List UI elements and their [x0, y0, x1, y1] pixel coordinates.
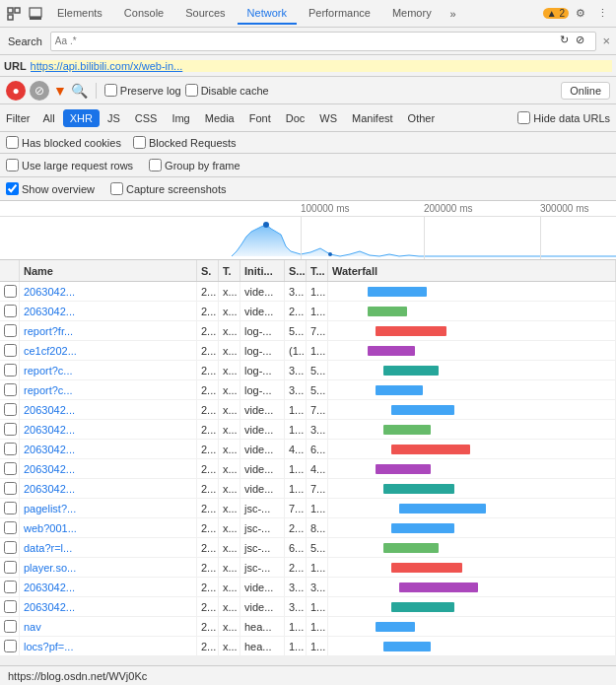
td-time: 7... — [307, 479, 328, 498]
filter-type-manifest[interactable]: Manifest — [345, 109, 400, 127]
show-overview-checkbox[interactable]: Show overview — [6, 182, 95, 195]
row-checkbox[interactable] — [4, 443, 17, 455]
dock-icon[interactable] — [26, 4, 45, 24]
th-waterfall[interactable]: Waterfall — [328, 260, 616, 281]
devtools-icon[interactable] — [4, 4, 24, 24]
filter-type-media[interactable]: Media — [198, 109, 241, 127]
table-row[interactable]: locs?pf=... 2... x... hea... 1... 1... — [0, 637, 616, 656]
table-row[interactable]: 2063042... 2... x... vide... 1... 4... — [0, 459, 616, 479]
table-row[interactable]: pagelist?... 2... x... jsc-... 7... 1... — [0, 499, 616, 518]
filter-type-img[interactable]: Img — [165, 109, 196, 127]
filter-type-ws[interactable]: WS — [312, 109, 344, 127]
table-row[interactable]: 2063042... 2... x... vide... 1... 7... — [0, 479, 616, 499]
table-row[interactable]: 2063042... 2... x... vide... 2... 1... — [0, 302, 616, 321]
row-checkbox[interactable] — [4, 541, 17, 554]
table-row[interactable]: report?c... 2... x... log-... 3... 5... — [0, 361, 616, 380]
filter-type-all[interactable]: All — [35, 109, 61, 127]
row-checkbox[interactable] — [4, 640, 17, 652]
th-time[interactable]: T... — [307, 260, 328, 281]
tab-memory[interactable]: Memory — [382, 3, 442, 25]
row-checkbox[interactable] — [4, 561, 17, 574]
capture-screenshots-checkbox[interactable]: Capture screenshots — [110, 182, 227, 195]
requests-table[interactable]: Name S. T. Initi... S... T... Waterfall … — [0, 260, 616, 685]
tab-console[interactable]: Console — [114, 3, 173, 25]
td-waterfall — [328, 479, 616, 498]
table-row[interactable]: 2063042... 2... x... vide... 1... 3... — [0, 420, 616, 440]
th-status[interactable]: S. — [197, 260, 219, 281]
th-name[interactable]: Name — [20, 260, 197, 281]
tab-elements[interactable]: Elements — [47, 3, 112, 25]
clear-search-icon[interactable]: ⊘ — [576, 34, 591, 49]
row-checkbox[interactable] — [4, 620, 17, 633]
row-checkbox[interactable] — [4, 305, 17, 317]
more-options-icon[interactable]: ⋮ — [592, 4, 612, 24]
table-row[interactable]: data?r=l... 2... x... jsc-... 6... 5... — [0, 538, 616, 558]
td-waterfall — [328, 440, 616, 458]
filter-type-css[interactable]: CSS — [128, 109, 165, 127]
hide-data-urls-checkbox[interactable]: Hide data URLs — [517, 111, 610, 124]
row-checkbox[interactable] — [4, 462, 17, 475]
row-checkbox[interactable] — [4, 285, 17, 298]
aa-toggle[interactable]: Aa — [55, 35, 67, 46]
table-header: Name S. T. Initi... S... T... Waterfall — [0, 260, 616, 282]
search-input-wrap[interactable]: Aa .* ↻ ⊘ — [50, 32, 597, 51]
table-row[interactable]: 2063042... 2... x... vide... 3... 3... — [0, 578, 616, 597]
th-type[interactable]: T. — [219, 260, 240, 281]
url-bar: URL https://api.bilibili.com/x/web-in... — [0, 55, 616, 77]
close-search-icon[interactable]: × — [600, 32, 612, 50]
stop-button[interactable]: ⊘ — [30, 81, 49, 101]
filter-type-doc[interactable]: Doc — [279, 109, 312, 127]
table-row[interactable]: report?fr... 2... x... log-... 5... 7... — [0, 321, 616, 341]
record-button[interactable]: ● — [6, 81, 26, 101]
table-row[interactable]: nav 2... x... hea... 1... 1... — [0, 617, 616, 637]
td-waterfall — [328, 538, 616, 557]
tab-performance[interactable]: Performance — [299, 3, 380, 25]
tab-network[interactable]: Network — [238, 3, 297, 25]
blocked-requests-checkbox[interactable]: Blocked Requests — [133, 136, 237, 149]
row-checkbox[interactable] — [4, 344, 17, 357]
table-row[interactable]: web?001... 2... x... jsc-... 2... 8... — [0, 518, 616, 538]
filter-type-js[interactable]: JS — [101, 109, 127, 127]
row-checkbox[interactable] — [4, 423, 17, 436]
table-row[interactable]: report?c... 2... x... log-... 3... 5... — [0, 380, 616, 400]
filter-icon[interactable]: ▼ — [53, 83, 67, 99]
settings-icon[interactable]: ⚙ — [571, 4, 590, 24]
refresh-icon[interactable]: ↻ — [560, 34, 576, 49]
row-checkbox[interactable] — [4, 521, 17, 534]
table-row[interactable]: player.so... 2... x... jsc-... 2... 1... — [0, 558, 616, 578]
filter-type-other[interactable]: Other — [401, 109, 443, 127]
td-type: x... — [219, 597, 240, 616]
table-row[interactable]: ce1cf202... 2... x... log-... (1... 1... — [0, 341, 616, 361]
row-checkbox[interactable] — [4, 600, 17, 613]
table-row[interactable]: 2063042... 2... x... vide... 4... 6... — [0, 440, 616, 459]
table-row[interactable]: 2063042... 2... x... vide... 3... 1... — [0, 282, 616, 302]
table-row[interactable]: 2063042... 2... x... vide... 1... 7... — [0, 400, 616, 420]
row-checkbox[interactable] — [4, 403, 17, 416]
search-input[interactable] — [81, 35, 561, 47]
row-checkbox[interactable] — [4, 324, 17, 337]
disable-cache-checkbox[interactable]: Disable cache — [185, 84, 269, 97]
th-size[interactable]: S... — [285, 260, 307, 281]
row-checkbox[interactable] — [4, 364, 17, 377]
td-status: 2... — [197, 499, 219, 517]
search-network-icon[interactable]: 🔍 — [71, 83, 88, 99]
row-checkbox[interactable] — [4, 383, 17, 396]
row-checkbox[interactable] — [4, 502, 17, 514]
filter-type-font[interactable]: Font — [242, 109, 278, 127]
has-blocked-cookies-checkbox[interactable]: Has blocked cookies — [6, 136, 121, 149]
table-row[interactable]: 2063042... 2... x... vide... 3... 1... — [0, 597, 616, 617]
timeline-vline-3 — [540, 217, 541, 260]
online-select[interactable]: Online — [561, 82, 610, 100]
regex-toggle[interactable]: .* — [70, 35, 77, 46]
more-tabs-icon[interactable]: » — [444, 4, 463, 24]
filter-type-xhr[interactable]: XHR — [63, 109, 100, 127]
tab-sources[interactable]: Sources — [175, 3, 235, 25]
td-time: 1... — [307, 341, 328, 360]
preserve-log-checkbox[interactable]: Preserve log — [104, 84, 181, 97]
row-checkbox[interactable] — [4, 581, 17, 593]
large-rows-checkbox[interactable]: Use large request rows — [6, 159, 133, 171]
row-checkbox[interactable] — [4, 482, 17, 495]
th-initiator[interactable]: Initi... — [240, 260, 285, 281]
url-value[interactable]: https://api.bilibili.com/x/web-in... — [31, 60, 612, 72]
group-by-frame-checkbox[interactable]: Group by frame — [149, 159, 240, 171]
